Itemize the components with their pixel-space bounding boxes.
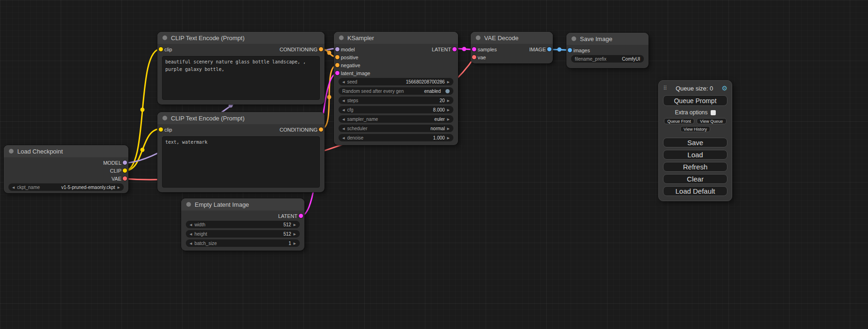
load-button[interactable]: Load [663, 150, 727, 160]
widget-steps[interactable]: ◀ steps 20 ▶ [339, 97, 453, 104]
widget-value: 156680208700286 [406, 79, 445, 84]
prompt-textarea[interactable]: text, watermark [162, 136, 320, 188]
collapse-dot-icon[interactable] [339, 35, 344, 40]
arrow-left-icon[interactable]: ◀ [342, 99, 345, 102]
widget-filename-prefix[interactable]: filename_prefix ComfyUI [571, 55, 644, 63]
node-load-checkpoint[interactable]: Load Checkpoint MODEL CLIP VAE ◀ ckpt_na… [4, 145, 128, 193]
output-slot-conditioning[interactable] [319, 127, 323, 132]
link-midpoint-dot[interactable] [327, 51, 332, 55]
input-slot-positive[interactable] [335, 55, 339, 59]
node-save-image[interactable]: Save Image images filename_prefix ComfyU… [566, 33, 649, 68]
node-vae-decode[interactable]: VAE Decode samples IMAGE vae [471, 32, 553, 63]
view-history-button[interactable]: View History [680, 126, 710, 132]
arrow-left-icon[interactable]: ◀ [342, 127, 345, 130]
output-slot-vae[interactable] [123, 176, 127, 181]
input-slot-latent-image[interactable] [335, 71, 339, 75]
arrow-left-icon[interactable]: ◀ [342, 118, 345, 121]
input-slot-negative[interactable] [335, 63, 339, 67]
arrow-right-icon[interactable]: ▶ [294, 223, 296, 226]
node-clip-text-encode-positive[interactable]: CLIP Text Encode (Prompt) clip CONDITION… [157, 32, 325, 105]
arrow-right-icon[interactable]: ▶ [447, 108, 450, 112]
input-slot-samples[interactable] [472, 47, 476, 51]
node-title-bar[interactable]: KSampler [334, 32, 458, 44]
output-slot-conditioning[interactable] [319, 47, 323, 51]
node-title-bar[interactable]: CLIP Text Encode (Prompt) [157, 32, 325, 44]
input-label-latent-image: latent_image [341, 70, 370, 76]
link-midpoint-dot[interactable] [327, 95, 332, 99]
input-slot-model[interactable] [335, 47, 339, 51]
save-button[interactable]: Save [663, 138, 727, 147]
arrow-left-icon[interactable]: ◀ [12, 186, 14, 189]
input-label-samples: samples [478, 47, 497, 52]
collapse-dot-icon[interactable] [186, 202, 191, 207]
node-title-bar[interactable]: Empty Latent Image [181, 198, 304, 210]
input-slot-images[interactable] [568, 48, 572, 52]
widget-height[interactable]: ◀ height 512 ▶ [186, 230, 300, 238]
output-slot-image[interactable] [547, 47, 551, 51]
queue-prompt-button[interactable]: Queue Prompt [663, 95, 727, 106]
input-slot-clip[interactable] [159, 47, 163, 51]
input-slot-vae[interactable] [472, 55, 476, 59]
output-slot-latent[interactable] [299, 214, 303, 218]
graph-canvas[interactable]: Load Checkpoint MODEL CLIP VAE ◀ ckpt_na… [0, 0, 868, 329]
output-slot-clip[interactable] [123, 168, 127, 173]
output-slot-model[interactable] [123, 161, 127, 165]
node-title-bar[interactable]: VAE Decode [471, 32, 553, 44]
link-midpoint-dot[interactable] [141, 108, 145, 112]
node-title-bar[interactable]: Load Checkpoint [4, 145, 128, 157]
collapse-dot-icon[interactable] [9, 149, 14, 154]
extra-options-checkbox[interactable] [711, 110, 716, 115]
output-label-vae: VAE [112, 176, 121, 182]
node-empty-latent-image[interactable]: Empty Latent Image LATENT ◀ width 512 ▶ … [181, 198, 304, 251]
widget-value: 1.000 [433, 135, 445, 140]
widget-value: enabled [424, 89, 441, 94]
arrow-right-icon[interactable]: ▶ [118, 186, 120, 189]
output-label-latent: LATENT [432, 47, 451, 52]
link-midpoint-dot[interactable] [557, 48, 562, 52]
widget-denoise[interactable]: ◀ denoise 1.000 ▶ [339, 134, 453, 141]
arrow-right-icon[interactable]: ▶ [447, 136, 450, 140]
widget-width[interactable]: ◀ width 512 ▶ [186, 221, 300, 228]
arrow-left-icon[interactable]: ◀ [190, 232, 192, 236]
node-title-bar[interactable]: CLIP Text Encode (Prompt) [157, 112, 325, 124]
arrow-right-icon[interactable]: ▶ [294, 232, 296, 236]
widget-seed[interactable]: ◀ seed 156680208700286 ▶ [339, 78, 453, 85]
arrow-right-icon[interactable]: ▶ [447, 99, 450, 102]
arrow-left-icon[interactable]: ◀ [342, 80, 345, 84]
widget-cfg[interactable]: ◀ cfg 8.000 ▶ [339, 106, 453, 113]
collapse-dot-icon[interactable] [572, 36, 576, 41]
link-midpoint-dot[interactable] [462, 47, 466, 51]
collapse-dot-icon[interactable] [162, 116, 167, 120]
arrow-right-icon[interactable]: ▶ [447, 80, 450, 84]
arrow-right-icon[interactable]: ▶ [447, 118, 450, 121]
view-queue-button[interactable]: View Queue [697, 118, 727, 124]
toggle-dot-icon[interactable] [445, 89, 450, 93]
widget-scheduler[interactable]: ◀ scheduler normal ▶ [339, 125, 453, 132]
collapse-dot-icon[interactable] [476, 35, 480, 40]
node-title-bar[interactable]: Save Image [566, 33, 649, 45]
collapse-dot-icon[interactable] [162, 35, 167, 40]
arrow-right-icon[interactable]: ▶ [294, 242, 296, 245]
prompt-textarea[interactable]: beautiful scenery nature glass bottle la… [162, 56, 320, 100]
queue-front-button[interactable]: Queue Front [664, 118, 694, 124]
output-label-latent: LATENT [278, 213, 297, 219]
widget-ckpt-name[interactable]: ◀ ckpt_name v1-5-pruned-emaonly.ckpt ▶ [8, 183, 124, 191]
load-default-button[interactable]: Load Default [663, 186, 727, 196]
refresh-button[interactable]: Refresh [663, 162, 727, 172]
link-midpoint-dot[interactable] [141, 148, 145, 152]
widget-batch-size[interactable]: ◀ batch_size 1 ▶ [186, 239, 300, 247]
arrow-left-icon[interactable]: ◀ [342, 136, 345, 140]
arrow-left-icon[interactable]: ◀ [190, 223, 192, 226]
settings-gear-icon[interactable]: ⚙ [721, 85, 727, 91]
output-slot-latent[interactable] [452, 47, 457, 51]
drag-handle-icon[interactable]: ⠿ [663, 85, 667, 91]
arrow-left-icon[interactable]: ◀ [342, 108, 345, 112]
arrow-right-icon[interactable]: ▶ [447, 127, 450, 130]
widget-random-seed-toggle[interactable]: Random seed after every gen enabled [339, 87, 453, 95]
node-clip-text-encode-negative[interactable]: CLIP Text Encode (Prompt) clip CONDITION… [157, 112, 325, 192]
widget-sampler-name[interactable]: ◀ sampler_name euler ▶ [339, 115, 453, 123]
input-slot-clip[interactable] [159, 127, 163, 132]
arrow-left-icon[interactable]: ◀ [190, 242, 192, 245]
node-ksampler[interactable]: KSampler model LATENT positive negative … [334, 32, 458, 145]
clear-button[interactable]: Clear [663, 174, 727, 184]
